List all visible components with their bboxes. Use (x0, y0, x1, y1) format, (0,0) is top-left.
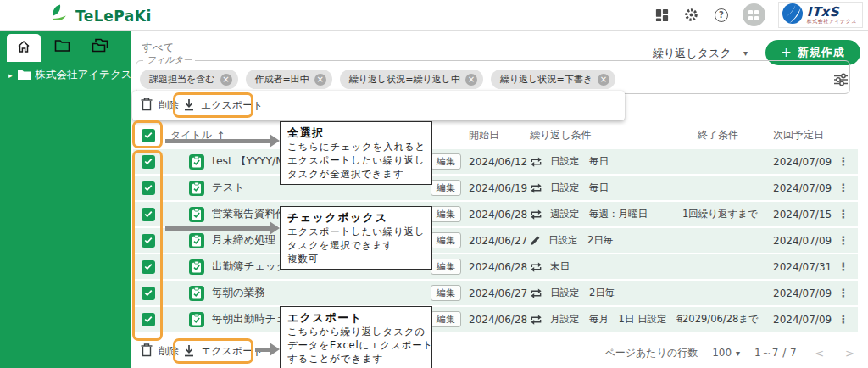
table-body: test 【YYYY/MM/DD】 編集 2024/06/12 日設定 毎日 2… (133, 149, 858, 333)
repeat-icon (530, 261, 542, 273)
task-clipboard-icon (189, 233, 204, 248)
filter-chip[interactable]: 繰り返し状況=下書き× (491, 70, 615, 89)
filter-chip[interactable]: 課題担当を含む× (140, 70, 238, 89)
row-checkbox[interactable] (142, 260, 155, 274)
row-menu-icon[interactable]: ⋮ (838, 313, 849, 326)
task-clipboard-icon (189, 154, 204, 170)
export-button[interactable]: エクスポート (183, 339, 263, 364)
edit-button[interactable]: 編集 (431, 153, 461, 170)
app-name: TeLePaKi (75, 8, 152, 25)
callout-arrow (255, 343, 280, 356)
task-clipboard-icon (189, 286, 204, 301)
main-content: すべて 繰り返しタスク ▾ + 新規作成 フィルター 課題担当を含む× 作成者=… (131, 31, 868, 368)
folder-filled-icon (18, 67, 31, 83)
row-menu-icon[interactable]: ⋮ (838, 181, 849, 194)
sidebar-item-company[interactable]: ▸ 株式会社アイテクス (0, 62, 131, 88)
table-row: test 【YYYY/MM/DD】 編集 2024/06/12 日設定 毎日 2… (133, 149, 858, 174)
folder-icon (54, 39, 70, 56)
callout-arrow (165, 221, 280, 235)
help-icon[interactable]: ? (713, 7, 730, 24)
column-repeat-condition: 繰り返し条件 (523, 128, 682, 142)
repeat-icon (530, 209, 542, 220)
row-menu-icon[interactable]: ⋮ (838, 234, 849, 247)
sidebar-tab-folder[interactable] (45, 34, 79, 60)
row-checkbox[interactable] (142, 287, 155, 300)
task-clipboard-icon (189, 259, 204, 275)
user-avatar[interactable] (743, 3, 765, 26)
pagination: ページあたりの行数 100 ▾ 1～7 / 7 < > (604, 341, 858, 365)
table-row: テスト 編集 2024/06/19 日設定 毎日 2024/07/09 ⋮ (133, 176, 858, 200)
annotation-checkbox: チェックボックス エクスポートしたい繰り返し タスクを選択できます 複数可 (280, 206, 432, 270)
chip-close-icon[interactable]: × (598, 74, 609, 86)
delete-button[interactable]: 削除 (141, 339, 179, 364)
selection-toolbar-top: 削除 エクスポート (132, 91, 625, 120)
column-next-date: 次回予定日 (765, 128, 829, 142)
row-checkbox[interactable] (142, 208, 155, 221)
row-menu-icon[interactable]: ⋮ (838, 260, 849, 273)
download-icon (183, 98, 195, 114)
sidebar: ▸ 株式会社アイテクス (0, 31, 131, 368)
annotation-export: エクスポート こちらから繰り返しタスクの データをExcelにエクスポート する… (280, 306, 432, 368)
next-page-button[interactable]: > (842, 347, 858, 360)
filter-tune-icon[interactable] (833, 73, 849, 90)
filter-chips: 課題担当を含む× 作成者=田中× 繰り返し状況=繰り返し中× 繰り返し状況=下書… (140, 70, 615, 89)
column-start-date: 開始日 (465, 128, 523, 142)
delete-button[interactable]: 削除 (141, 91, 179, 120)
trash-icon (141, 343, 153, 360)
select-all-checkbox[interactable] (142, 129, 155, 142)
tree-expand-icon[interactable]: ▸ (8, 71, 13, 80)
callout-arrow (165, 134, 280, 148)
app-logo: TeLePaKi (49, 3, 152, 29)
task-clipboard-icon (189, 312, 204, 327)
filter-chip[interactable]: 繰り返し状況=繰り返し中× (340, 70, 483, 89)
prev-page-button[interactable]: < (811, 347, 827, 360)
edit-button[interactable]: 編集 (431, 259, 461, 275)
repeat-icon (530, 314, 542, 326)
column-end-condition: 終了条件 (682, 128, 765, 142)
home-icon (16, 39, 31, 58)
task-clipboard-icon (189, 207, 204, 222)
app-window: TeLePaKi ? ITxS 株式会社アイテクス (0, 0, 868, 368)
chip-close-icon[interactable]: × (220, 74, 232, 86)
itxs-logo: ITxS 株式会社アイテクス (778, 2, 863, 28)
table-row: 毎朝の業務 編集 2024/06/27 日設定 2日毎 2024/07/09 ⋮ (133, 281, 858, 305)
view-label: すべて (142, 41, 174, 55)
annotation-select-all: 全選択 こちらにチェックを入れると エクスポートしたい繰り返し タスクが全選択で… (280, 121, 432, 185)
edit-button[interactable]: 編集 (431, 311, 461, 327)
top-header: TeLePaKi ? ITxS 株式会社アイテクス (0, 0, 868, 31)
settings-gear-icon[interactable] (683, 7, 700, 24)
apps-icon[interactable] (654, 7, 670, 24)
row-checkbox[interactable] (142, 155, 155, 169)
row-menu-icon[interactable]: ⋮ (838, 287, 849, 299)
sidebar-tab-folders[interactable] (83, 34, 117, 60)
chevron-down-icon: ▾ (736, 348, 740, 358)
task-clipboard-icon (189, 181, 204, 196)
filter-legend: フィルター (143, 54, 195, 66)
row-checkbox[interactable] (142, 234, 155, 248)
edit-button[interactable]: 編集 (431, 206, 461, 222)
edit-button[interactable]: 編集 (431, 285, 461, 301)
company-label: 株式会社アイテクス (36, 68, 132, 82)
rows-per-page-select[interactable]: 100 ▾ (712, 347, 740, 359)
filter-chip[interactable]: 作成者=田中× (246, 70, 332, 89)
row-checkbox[interactable] (142, 181, 155, 195)
page-range: 1～7 / 7 (754, 346, 797, 360)
edit-button[interactable]: 編集 (431, 180, 461, 196)
row-checkbox[interactable] (142, 313, 155, 326)
table-row: 毎朝出勤時チェック 編集 2024/06/28 月設定 毎月 1日 日設定 毎日… (133, 307, 858, 332)
sidebar-tab-home[interactable] (7, 34, 41, 62)
trash-icon (141, 98, 153, 114)
repeat-icon (530, 156, 542, 168)
edit-button[interactable]: 編集 (431, 232, 461, 248)
repeat-icon (530, 287, 542, 299)
row-menu-icon[interactable]: ⋮ (838, 208, 849, 220)
table-row: 出勤簿チェック 編集 2024/06/28 末日 2024/07/31 ⋮ (133, 254, 858, 279)
repeat-icon (530, 182, 542, 194)
export-button[interactable]: エクスポート (183, 91, 263, 120)
draft-pencil-icon (530, 235, 541, 246)
leaf-logo-icon (49, 3, 70, 29)
chip-close-icon[interactable]: × (465, 74, 477, 86)
folders-icon (92, 38, 108, 56)
chip-close-icon[interactable]: × (314, 74, 326, 86)
row-menu-icon[interactable]: ⋮ (838, 155, 849, 168)
